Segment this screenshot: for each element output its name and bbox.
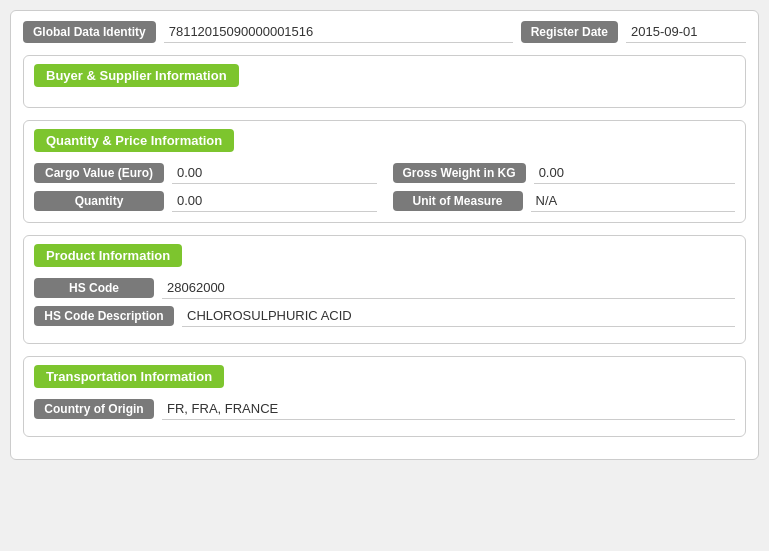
country-of-origin-row: Country of Origin FR, FRA, FRANCE (34, 398, 735, 420)
quantity-label: Quantity (34, 191, 164, 211)
hs-code-value: 28062000 (162, 277, 735, 299)
cargo-value-label: Cargo Value (Euro) (34, 163, 164, 183)
register-date-value: 2015-09-01 (626, 21, 746, 43)
register-date-label: Register Date (521, 21, 618, 43)
quantity-price-section: Quantity & Price Information Cargo Value… (23, 120, 746, 223)
country-of-origin-label: Country of Origin (34, 399, 154, 419)
header-row: Global Data Identity 7811201509000000151… (23, 21, 746, 43)
unit-of-measure-col: Unit of Measure N/A (393, 190, 736, 212)
buyer-supplier-section: Buyer & Supplier Information (23, 55, 746, 108)
quantity-price-row1: Cargo Value (Euro) 0.00 Gross Weight in … (34, 162, 735, 184)
product-section: Product Information HS Code 28062000 HS … (23, 235, 746, 344)
unit-of-measure-value: N/A (531, 190, 736, 212)
main-container: Global Data Identity 7811201509000000151… (10, 10, 759, 460)
country-of-origin-value: FR, FRA, FRANCE (162, 398, 735, 420)
hs-code-desc-row: HS Code Description CHLOROSULPHURIC ACID (34, 305, 735, 327)
gross-weight-label: Gross Weight in KG (393, 163, 526, 183)
gdi-value: 78112015090000001516 (164, 21, 513, 43)
gross-weight-col: Gross Weight in KG 0.00 (393, 162, 736, 184)
cargo-value-value: 0.00 (172, 162, 377, 184)
transportation-title: Transportation Information (34, 365, 224, 388)
product-title: Product Information (34, 244, 182, 267)
quantity-col: Quantity 0.00 (34, 190, 377, 212)
quantity-price-title: Quantity & Price Information (34, 129, 234, 152)
gdi-label: Global Data Identity (23, 21, 156, 43)
quantity-price-row2: Quantity 0.00 Unit of Measure N/A (34, 190, 735, 212)
gross-weight-value: 0.00 (534, 162, 735, 184)
cargo-value-col: Cargo Value (Euro) 0.00 (34, 162, 377, 184)
quantity-value: 0.00 (172, 190, 377, 212)
hs-code-desc-label: HS Code Description (34, 306, 174, 326)
hs-code-row: HS Code 28062000 (34, 277, 735, 299)
hs-code-desc-value: CHLOROSULPHURIC ACID (182, 305, 735, 327)
hs-code-label: HS Code (34, 278, 154, 298)
buyer-supplier-title: Buyer & Supplier Information (34, 64, 239, 87)
unit-of-measure-label: Unit of Measure (393, 191, 523, 211)
transportation-section: Transportation Information Country of Or… (23, 356, 746, 437)
